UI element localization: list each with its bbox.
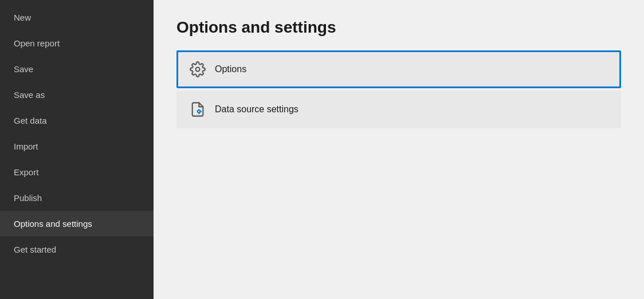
sidebar-item-save[interactable]: Save xyxy=(0,56,154,82)
main-content: Options and settings Options Data source… xyxy=(154,0,644,299)
option-label-options: Options xyxy=(215,64,246,74)
sidebar-item-get-data[interactable]: Get data xyxy=(0,108,154,133)
svg-point-1 xyxy=(198,110,201,113)
sidebar-item-get-started[interactable]: Get started xyxy=(0,237,154,262)
sidebar-item-new[interactable]: New xyxy=(0,5,154,30)
sidebar-item-open-report[interactable]: Open report xyxy=(0,30,154,56)
datasource-icon xyxy=(190,101,206,117)
option-label-data-source-settings: Data source settings xyxy=(215,104,299,115)
sidebar-item-publish[interactable]: Publish xyxy=(0,185,154,211)
sidebar: NewOpen reportSaveSave asGet dataImportE… xyxy=(0,0,154,299)
gear-icon xyxy=(190,61,206,77)
svg-point-0 xyxy=(196,68,200,72)
sidebar-item-import[interactable]: Import xyxy=(0,133,154,159)
sidebar-item-save-as[interactable]: Save as xyxy=(0,82,154,108)
sidebar-item-export[interactable]: Export xyxy=(0,159,154,185)
option-item-options[interactable]: Options xyxy=(176,50,621,88)
options-list: Options Data source settings xyxy=(176,50,621,128)
page-title: Options and settings xyxy=(176,18,621,37)
option-item-data-source-settings[interactable]: Data source settings xyxy=(176,91,621,128)
sidebar-item-options-and-settings[interactable]: Options and settings xyxy=(0,211,154,237)
